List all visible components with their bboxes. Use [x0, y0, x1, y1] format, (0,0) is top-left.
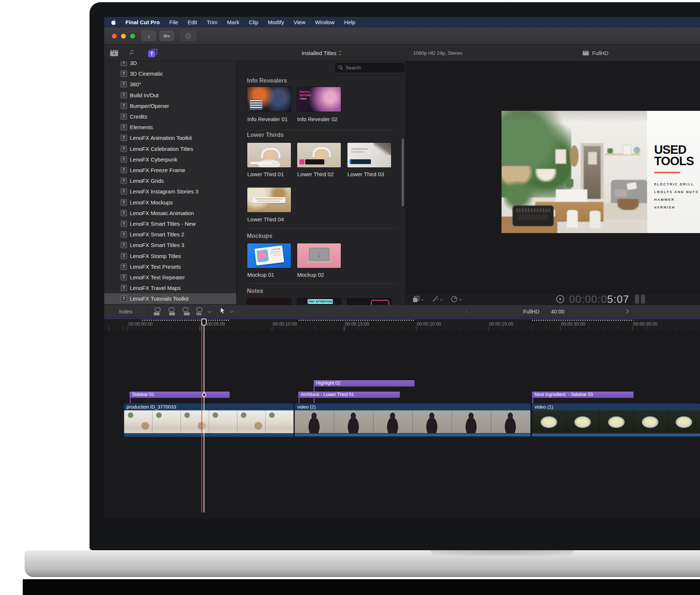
- browser-mode-selector[interactable]: Installed Titles: [237, 45, 405, 61]
- titles-browser-icon[interactable]: T: [148, 49, 157, 57]
- sidebar-item[interactable]: TLenoFX Celebration Titles: [104, 144, 236, 154]
- title-clip-sidebar-01[interactable]: Sidebar 01: [130, 392, 230, 398]
- index-button[interactable]: Index: [104, 305, 148, 318]
- menu-item-clip[interactable]: Clip: [249, 19, 258, 25]
- view-options-button[interactable]: [412, 295, 423, 303]
- divider: [246, 283, 397, 284]
- play-timecode-icon[interactable]: [555, 294, 565, 305]
- sidebar-item[interactable]: TLenoFX Smart Titles 2: [104, 229, 236, 240]
- sidebar-item[interactable]: TLenoFX Text Presets: [104, 261, 236, 272]
- title-clip-artattack-lower-third-01[interactable]: ArtAttack - Lower Third 01: [298, 392, 400, 398]
- video-clip-production[interactable]: production ID_3770033: [124, 403, 294, 437]
- audio-meter-right[interactable]: [641, 295, 645, 304]
- sidebar-item[interactable]: TCredits: [104, 111, 236, 122]
- connect-edit-icon[interactable]: [153, 307, 162, 316]
- thumb-lower-third-03[interactable]: [347, 143, 391, 167]
- background-tasks-button[interactable]: [180, 31, 197, 41]
- search-field[interactable]: [335, 63, 404, 72]
- browser-scrollbar[interactable]: [402, 138, 404, 206]
- keyframe-dot[interactable]: [202, 393, 206, 397]
- ruler-timecode: 00:00:20:00: [417, 322, 441, 327]
- append-edit-icon[interactable]: [181, 307, 190, 316]
- sidebar-item[interactable]: TLenoFX Mosaic Animation: [104, 208, 236, 218]
- apple-logo-icon[interactable]: [111, 19, 116, 25]
- thumb-lower-third-01[interactable]: [247, 143, 291, 167]
- chevron-down-icon[interactable]: [230, 309, 234, 313]
- menu-item-view[interactable]: View: [294, 19, 305, 25]
- thumb-text: Class: [300, 97, 311, 100]
- thumb-lower-third-02[interactable]: [297, 143, 341, 167]
- sidebar-item[interactable]: T3D Cinematic: [104, 68, 236, 79]
- timeline-project-name[interactable]: FullHD: [523, 305, 539, 318]
- keywords-button[interactable]: [159, 31, 174, 41]
- minimize-window-button[interactable]: [121, 34, 126, 39]
- thumb-note-partial[interactable]: PAY ATTENTION: [297, 298, 341, 305]
- sidebar-item[interactable]: TLenoFX Smart Titles - New: [104, 218, 236, 229]
- ribbon-banner: [252, 197, 285, 203]
- video-preview[interactable]: USED TOOLS ELECTRIC DRILL LBOLTS AND NUT…: [502, 111, 700, 233]
- search-input[interactable]: [345, 65, 401, 71]
- thumb-lower-third-04[interactable]: [247, 188, 291, 212]
- thumb-note-partial[interactable]: [347, 298, 391, 305]
- menu-item-edit[interactable]: Edit: [188, 19, 197, 25]
- menu-app-name[interactable]: Final Cut Pro: [125, 19, 160, 25]
- thumb-mockup-01[interactable]: CUPCAKE: [247, 243, 291, 268]
- thumb-info-revealer-01[interactable]: [247, 87, 291, 112]
- audio-strip: [295, 433, 531, 437]
- previous-project-icon[interactable]: [464, 309, 468, 313]
- sidebar-item[interactable]: TLenoFX Freeze Frame: [104, 165, 236, 175]
- thumb-note-partial[interactable]: [247, 298, 291, 305]
- menu-item-mark[interactable]: Mark: [227, 19, 239, 25]
- music-note-icon[interactable]: [129, 48, 134, 56]
- scene-shelf-plant: [607, 148, 613, 153]
- menu-bar: Final Cut Pro File Edit Trim Mark Clip M…: [104, 17, 700, 28]
- title-category-icon: T: [121, 285, 127, 291]
- video-clip-video-2[interactable]: video (2): [295, 403, 531, 437]
- sidebar-item[interactable]: TLenoFX Mockups: [104, 197, 236, 208]
- menu-item-file[interactable]: File: [169, 19, 178, 25]
- sidebar-item[interactable]: TLenoFX Travel Maps: [104, 283, 236, 293]
- sidebar-item[interactable]: TLenoFX Stomp Titles: [104, 251, 236, 261]
- menu-item-trim[interactable]: Trim: [207, 19, 217, 25]
- overwrite-edit-icon[interactable]: [195, 307, 204, 316]
- sidebar-item[interactable]: T360°: [104, 79, 236, 90]
- title-category-icon: T: [121, 113, 127, 120]
- zoom-window-button[interactable]: [130, 34, 135, 39]
- import-media-button[interactable]: ↓: [141, 31, 156, 41]
- menu-item-help[interactable]: Help: [344, 19, 356, 25]
- clip-range-dots: [142, 320, 230, 321]
- divider: [246, 228, 397, 229]
- scene-small-plant: [566, 179, 573, 189]
- thumb-mockup-02[interactable]: ↓: [297, 243, 341, 268]
- clapperboard-star-icon[interactable]: [110, 50, 118, 56]
- title-clip-next-ingredient-sidebar-03[interactable]: Next ingredient: - Sidebar 03: [532, 392, 634, 398]
- playhead-line[interactable]: [204, 318, 204, 512]
- audio-meter-left[interactable]: [635, 295, 639, 304]
- sidebar-item[interactable]: TLenoFX Instagram Stories 3: [104, 186, 236, 197]
- chevron-down-icon[interactable]: [208, 309, 211, 313]
- sidebar-item[interactable]: TLenoFX Text Repeater: [104, 272, 236, 283]
- sidebar-item-selected[interactable]: TLenoFX Tutorials Toolkit: [104, 293, 236, 304]
- pointer-tool-button[interactable]: [220, 307, 226, 316]
- sidebar-item[interactable]: TLenoFX Smart Titles 3: [104, 240, 236, 250]
- menu-item-window[interactable]: Window: [315, 19, 334, 25]
- sidebar-item[interactable]: TBuild In/Out: [104, 90, 236, 101]
- next-project-icon[interactable]: [624, 309, 628, 313]
- timeline-ruler[interactable]: 00:00:00:00 00:00:05:00 00:00:10:00 00:0…: [104, 318, 700, 331]
- close-window-button[interactable]: [112, 34, 117, 39]
- insert-edit-icon[interactable]: [167, 307, 176, 316]
- video-clip-video-1[interactable]: video (1): [532, 403, 700, 437]
- title-clip-highlight-02[interactable]: Highlight 02: [314, 380, 415, 387]
- sidebar-item[interactable]: TBumper/Opener: [104, 101, 236, 111]
- title-category-icon: T: [121, 274, 127, 280]
- retime-button[interactable]: [451, 295, 462, 303]
- menu-item-modify[interactable]: Modify: [268, 19, 284, 25]
- sidebar-item[interactable]: TLenoFX Animation Toolkit: [104, 133, 236, 143]
- playhead-handle[interactable]: [201, 319, 207, 326]
- sidebar-item[interactable]: T3D: [104, 61, 236, 68]
- sidebar-item[interactable]: TLenoFX Cyberpunk: [104, 154, 236, 165]
- enhancements-button[interactable]: [431, 295, 442, 303]
- sidebar-item[interactable]: TElements: [104, 122, 236, 133]
- sidebar-item[interactable]: TLenoFX Grids: [104, 175, 236, 186]
- thumb-info-revealer-02[interactable]: PHOTO EDITING Class: [297, 87, 341, 112]
